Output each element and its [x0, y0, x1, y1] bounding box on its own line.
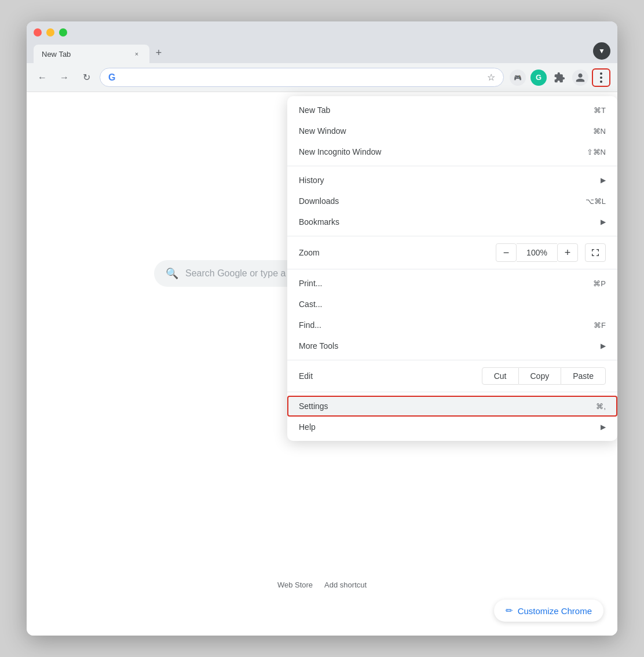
web-store-shortcut[interactable]: Web Store	[277, 581, 313, 589]
menu-item-incognito-shortcut: ⇧⌘N	[587, 148, 606, 156]
menu-item-more-tools[interactable]: More Tools ▶	[287, 335, 617, 356]
title-bar: New Tab × + ▼	[27, 21, 617, 63]
forward-button[interactable]: →	[56, 69, 73, 86]
menu-item-find-label: Find...	[299, 320, 594, 330]
zoom-value-display: 100%	[517, 243, 557, 262]
menu-item-bookmarks-label: Bookmarks	[299, 217, 596, 227]
active-tab[interactable]: New Tab ×	[34, 45, 149, 63]
help-arrow-icon: ▶	[601, 423, 606, 431]
menu-item-incognito-label: New Incognito Window	[299, 147, 587, 156]
address-input[interactable]	[120, 73, 482, 82]
avatar-icon-btn[interactable]: 🎮	[508, 68, 527, 87]
more-tools-arrow-icon: ▶	[601, 342, 606, 350]
google-g-logo: G	[108, 72, 115, 83]
cut-button[interactable]: Cut	[482, 367, 519, 385]
bookmarks-arrow-icon: ▶	[601, 218, 606, 226]
minimize-button[interactable]	[46, 28, 54, 36]
context-menu: New Tab ⌘T New Window ⌘N New Incognito W…	[287, 96, 617, 441]
menu-section-edit: Edit Cut Copy Paste	[287, 360, 617, 392]
menu-item-new-tab-label: New Tab	[299, 105, 594, 115]
traffic-lights	[34, 28, 610, 36]
maximize-button[interactable]	[59, 28, 67, 36]
menu-item-settings[interactable]: Settings ⌘,	[287, 396, 617, 417]
menu-item-downloads-shortcut: ⌥⌘L	[586, 197, 606, 206]
menu-section-history: History ▶ Downloads ⌥⌘L Bookmarks ▶	[287, 166, 617, 236]
menu-item-new-window-label: New Window	[299, 126, 593, 136]
menu-section-new: New Tab ⌘T New Window ⌘N New Incognito W…	[287, 96, 617, 166]
history-arrow-icon: ▶	[601, 176, 606, 184]
bookmark-star-icon[interactable]: ☆	[487, 72, 495, 83]
menu-item-help[interactable]: Help ▶	[287, 417, 617, 437]
puzzle-icon	[554, 72, 565, 83]
search-icon: 🔍	[166, 267, 178, 280]
zoom-in-button[interactable]: +	[557, 243, 578, 262]
toolbar-icons: 🎮 G	[508, 68, 610, 87]
menu-item-history-label: History	[299, 176, 596, 185]
toolbar: ← → ↻ G ☆ 🎮 G	[27, 63, 617, 92]
menu-item-new-tab[interactable]: New Tab ⌘T	[287, 100, 617, 121]
menu-item-new-tab-shortcut: ⌘T	[594, 106, 606, 115]
menu-item-downloads-label: Downloads	[299, 196, 586, 206]
menu-item-history[interactable]: History ▶	[287, 170, 617, 191]
copy-button[interactable]: Copy	[519, 367, 561, 385]
edit-actions: Cut Copy Paste	[482, 367, 606, 385]
extension-thumbnail: 🎮	[510, 70, 526, 86]
fullscreen-icon	[591, 248, 600, 257]
menu-item-find-shortcut: ⌘F	[594, 321, 606, 330]
browser-window: New Tab × + ▼ ← → ↻ G ☆ 🎮	[27, 21, 617, 636]
three-dots-icon	[600, 72, 602, 83]
customize-chrome-button[interactable]: ✏ Customize Chrome	[494, 600, 603, 622]
menu-item-print[interactable]: Print... ⌘P	[287, 273, 617, 294]
menu-item-help-label: Help	[299, 422, 596, 432]
three-dots-menu-button[interactable]	[592, 68, 610, 87]
edit-label: Edit	[299, 371, 368, 381]
back-button[interactable]: ←	[34, 69, 51, 86]
new-tab-button[interactable]: +	[151, 45, 167, 61]
close-button[interactable]	[34, 28, 42, 36]
svg-text:🎮: 🎮	[514, 74, 522, 82]
menu-item-new-window[interactable]: New Window ⌘N	[287, 121, 617, 141]
tab-close-button[interactable]: ×	[132, 49, 141, 59]
menu-item-print-shortcut: ⌘P	[593, 279, 606, 288]
reload-button[interactable]: ↻	[78, 69, 95, 86]
menu-item-cast[interactable]: Cast...	[287, 294, 617, 315]
menu-item-cast-label: Cast...	[299, 300, 606, 309]
menu-item-find[interactable]: Find... ⌘F	[287, 315, 617, 335]
menu-item-downloads[interactable]: Downloads ⌥⌘L	[287, 191, 617, 211]
zoom-controls: − 100% +	[496, 243, 606, 262]
fullscreen-button[interactable]	[585, 243, 606, 262]
profile-dropdown-icon[interactable]: ▼	[593, 42, 610, 60]
shortcuts-area: Web Store Add shortcut	[277, 581, 367, 589]
paste-button[interactable]: Paste	[561, 367, 606, 385]
menu-item-settings-shortcut: ⌘,	[596, 402, 606, 411]
tabs-row: New Tab × + ▼	[34, 42, 610, 63]
extensions-icon-btn[interactable]	[550, 68, 569, 87]
address-bar[interactable]: G ☆	[100, 68, 504, 87]
customize-icon: ✏	[506, 605, 513, 616]
zoom-out-button[interactable]: −	[496, 243, 517, 262]
menu-item-bookmarks[interactable]: Bookmarks ▶	[287, 211, 617, 232]
menu-section-zoom: Zoom − 100% +	[287, 236, 617, 269]
zoom-label: Zoom	[299, 248, 368, 257]
dropdown-arrow: ▼	[598, 47, 605, 55]
menu-section-settings: Settings ⌘, Help ▶	[287, 392, 617, 441]
grammarly-icon: G	[530, 70, 547, 86]
add-shortcut-item[interactable]: Add shortcut	[324, 581, 367, 589]
account-icon-btn[interactable]	[571, 68, 590, 87]
menu-item-new-window-shortcut: ⌘N	[593, 127, 606, 136]
user-avatar	[572, 70, 588, 86]
menu-item-incognito[interactable]: New Incognito Window ⇧⌘N	[287, 141, 617, 162]
customize-label: Customize Chrome	[518, 606, 592, 616]
menu-item-settings-label: Settings	[299, 402, 596, 411]
menu-item-print-label: Print...	[299, 279, 593, 288]
edit-row: Edit Cut Copy Paste	[287, 364, 617, 388]
menu-section-print: Print... ⌘P Cast... Find... ⌘F More Tool…	[287, 269, 617, 360]
menu-item-more-tools-label: More Tools	[299, 341, 596, 351]
tab-title: New Tab	[42, 50, 127, 59]
zoom-row: Zoom − 100% +	[287, 240, 617, 265]
grammarly-icon-btn[interactable]: G	[529, 68, 548, 87]
